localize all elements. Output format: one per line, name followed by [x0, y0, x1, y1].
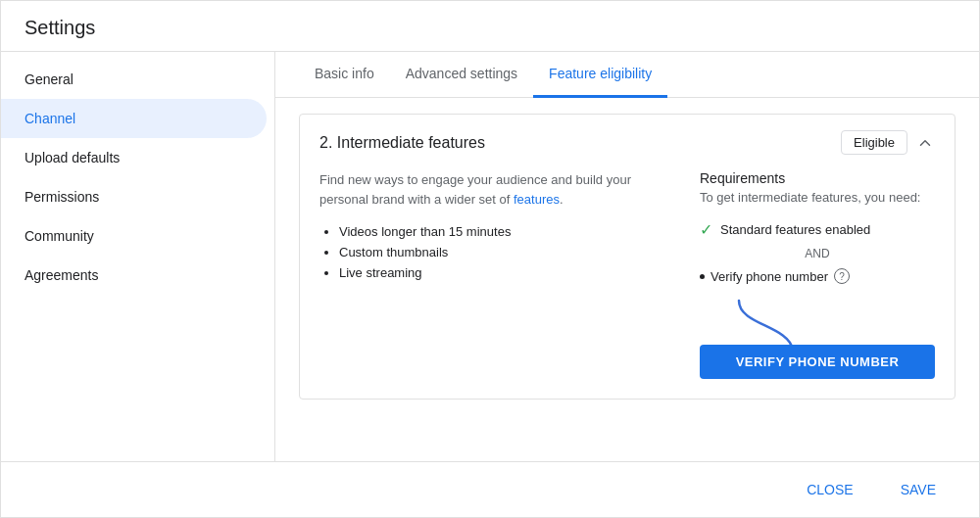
- tabs-bar: Basic info Advanced settings Feature eli…: [275, 52, 979, 98]
- intermediate-features-card: 2. Intermediate features Eligible: [299, 114, 956, 400]
- section-description: Find new ways to engage your audience an…: [319, 170, 668, 209]
- features-list: Videos longer than 15 minutes Custom thu…: [319, 224, 668, 280]
- section-title: 2. Intermediate features: [319, 134, 485, 152]
- bullet-dot-icon: [700, 274, 705, 279]
- check-icon: ✓: [700, 220, 712, 239]
- page-footer: CLOSE SAVE: [1, 461, 979, 517]
- sidebar-item-community[interactable]: Community: [1, 216, 267, 256]
- tab-basic-info[interactable]: Basic info: [299, 52, 390, 98]
- close-button[interactable]: CLOSE: [787, 474, 872, 505]
- sidebar: General Channel Upload defaults Permissi…: [1, 52, 275, 461]
- header-right: Eligible: [841, 130, 935, 155]
- eligible-badge: Eligible: [841, 130, 907, 155]
- sidebar-item-upload-defaults[interactable]: Upload defaults: [1, 138, 267, 177]
- and-divider: AND: [700, 247, 935, 260]
- card-body: Find new ways to engage your audience an…: [300, 170, 955, 399]
- verify-phone-number-button[interactable]: VERIFY PHONE NUMBER: [700, 345, 935, 379]
- page-header: Settings: [1, 1, 979, 52]
- sidebar-item-agreements[interactable]: Agreements: [1, 256, 267, 295]
- main-content: Basic info Advanced settings Feature eli…: [275, 52, 979, 461]
- requirements-title: Requirements: [700, 170, 935, 186]
- settings-dialog: Settings General Channel Upload defaults…: [0, 0, 980, 518]
- help-icon[interactable]: ?: [834, 268, 850, 284]
- feature-item: Custom thumbnails: [339, 245, 668, 259]
- feature-item: Live streaming: [339, 265, 668, 280]
- requirement-bullet-item: Verify phone number ?: [700, 268, 935, 284]
- sidebar-item-permissions[interactable]: Permissions: [1, 177, 267, 216]
- requirement-check-item: ✓ Standard features enabled: [700, 220, 935, 239]
- features-link[interactable]: features: [514, 192, 560, 207]
- sidebar-item-channel[interactable]: Channel: [1, 99, 267, 138]
- tab-advanced-settings[interactable]: Advanced settings: [390, 52, 533, 98]
- card-header: 2. Intermediate features Eligible: [300, 115, 955, 170]
- feature-item: Videos longer than 15 minutes: [339, 224, 668, 239]
- save-button[interactable]: SAVE: [881, 474, 956, 505]
- requirements-subtitle: To get intermediate features, you need:: [700, 190, 935, 205]
- section-left: Find new ways to engage your audience an…: [319, 170, 668, 379]
- tab-feature-eligibility[interactable]: Feature eligibility: [533, 52, 667, 98]
- collapse-button[interactable]: [915, 133, 935, 153]
- sidebar-item-general[interactable]: General: [1, 60, 267, 99]
- page-title: Settings: [24, 17, 956, 39]
- section-right: Requirements To get intermediate feature…: [700, 170, 935, 379]
- content-area: General Channel Upload defaults Permissi…: [1, 52, 979, 461]
- tab-content: 2. Intermediate features Eligible: [275, 98, 979, 461]
